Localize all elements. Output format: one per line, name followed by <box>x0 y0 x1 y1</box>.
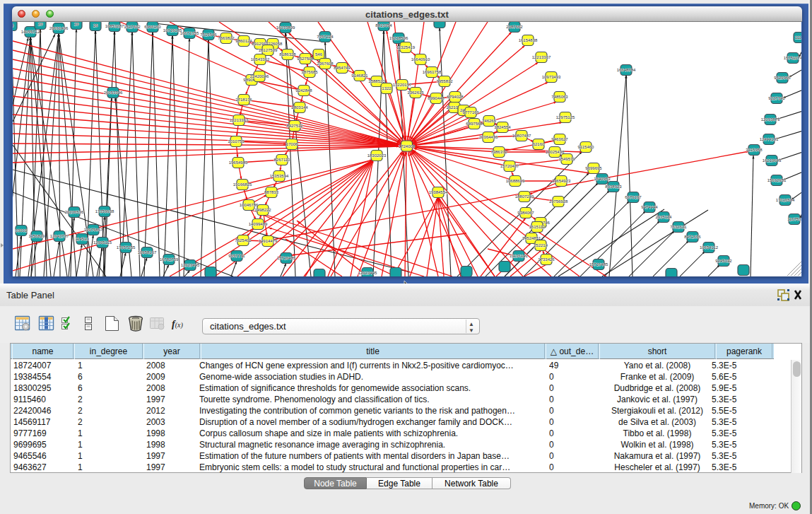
svg-text:16782759: 16782759 <box>160 257 179 262</box>
svg-text:20: 20 <box>38 22 43 26</box>
svg-text:2718176: 2718176 <box>235 98 252 102</box>
svg-text:3875685: 3875685 <box>301 70 318 74</box>
svg-text:12444191: 12444191 <box>760 137 779 141</box>
svg-text:8427512: 8427512 <box>286 124 303 128</box>
svg-text:12213363: 12213363 <box>230 118 249 122</box>
svg-text:1615112: 1615112 <box>529 225 546 229</box>
svg-text:62160: 62160 <box>533 142 545 146</box>
svg-text:1733426: 1733426 <box>538 257 555 262</box>
svg-text:18127509: 18127509 <box>259 48 278 52</box>
svg-text:7357224: 7357224 <box>317 35 334 39</box>
svg-text:2367608: 2367608 <box>317 62 334 66</box>
svg-text:10046786: 10046786 <box>240 203 259 207</box>
svg-text:19756928: 19756928 <box>549 199 568 204</box>
svg-text:9777169: 9777169 <box>462 110 479 115</box>
svg-text:17006: 17006 <box>286 142 298 146</box>
svg-text:17016504: 17016504 <box>776 198 795 202</box>
svg-text:15692951: 15692951 <box>767 178 787 182</box>
svg-text:8267110: 8267110 <box>274 158 291 162</box>
svg-text:20206536: 20206536 <box>65 210 84 214</box>
svg-text:15751074: 15751074 <box>784 56 801 60</box>
svg-text:12213367: 12213367 <box>532 55 551 59</box>
svg-text:26053346: 26053346 <box>104 90 123 95</box>
svg-text:9860124: 9860124 <box>235 39 252 43</box>
svg-text:17359938: 17359938 <box>95 209 114 214</box>
svg-text:9529966: 9529966 <box>774 76 791 80</box>
svg-text:8186328: 8186328 <box>279 52 296 57</box>
svg-text:16640910: 16640910 <box>411 57 430 62</box>
svg-text:10973493: 10973493 <box>542 75 561 79</box>
svg-text:20691406: 20691406 <box>49 26 69 30</box>
svg-text:3215958: 3215958 <box>746 148 763 152</box>
svg-text:7515546: 7515546 <box>200 33 217 37</box>
svg-text:14055712: 14055712 <box>21 30 40 34</box>
svg-text:9227341: 9227341 <box>768 96 785 100</box>
svg-text:546: 546 <box>315 52 323 57</box>
svg-text:17957255: 17957255 <box>117 245 136 250</box>
svg-text:10958167: 10958167 <box>138 250 157 255</box>
svg-text:14099489: 14099489 <box>249 222 268 226</box>
svg-text:7386372: 7386372 <box>490 150 507 154</box>
svg-text:9384067: 9384067 <box>517 211 534 215</box>
svg-text:12942737: 12942737 <box>50 234 69 238</box>
svg-text:10975867: 10975867 <box>84 228 103 232</box>
svg-text:6679197: 6679197 <box>625 195 642 199</box>
svg-text:33001: 33001 <box>16 228 28 233</box>
svg-text:16: 16 <box>93 23 98 28</box>
svg-text:16210643: 16210643 <box>763 158 782 163</box>
svg-text:3824554: 3824554 <box>494 125 511 129</box>
svg-text:8454749: 8454749 <box>334 66 351 70</box>
svg-text:9242848: 9242848 <box>295 88 312 93</box>
svg-text:18807249: 18807249 <box>515 194 534 199</box>
svg-text:9245012: 9245012 <box>715 259 732 263</box>
svg-text:9463627: 9463627 <box>551 137 568 141</box>
svg-text:6966160: 6966160 <box>144 25 161 29</box>
svg-text:19166825: 19166825 <box>233 182 252 187</box>
svg-text:1498222: 1498222 <box>254 208 271 212</box>
svg-text:1549579: 1549579 <box>558 157 575 161</box>
svg-text:11136141: 11136141 <box>510 254 528 258</box>
svg-text:10688609: 10688609 <box>506 179 525 183</box>
svg-text:20364436: 20364436 <box>479 135 498 139</box>
svg-text:1640953: 1640953 <box>594 177 611 181</box>
svg-text:22420046: 22420046 <box>250 74 269 78</box>
svg-text:19654985: 19654985 <box>229 160 248 165</box>
svg-text:16961758: 16961758 <box>423 70 442 74</box>
svg-text:8813054: 8813054 <box>375 23 392 28</box>
svg-text:10654112: 10654112 <box>700 245 719 250</box>
svg-text:1362615: 1362615 <box>407 90 424 95</box>
svg-text:7955812: 7955812 <box>436 79 453 83</box>
svg-text:10807487: 10807487 <box>512 134 531 138</box>
svg-text:2803144: 2803144 <box>291 105 308 110</box>
svg-text:9657771: 9657771 <box>228 254 245 258</box>
svg-text:16033809: 16033809 <box>276 25 295 30</box>
svg-text:6794028: 6794028 <box>447 95 464 99</box>
svg-text:18302023: 18302023 <box>367 153 387 158</box>
svg-text:10025438: 10025438 <box>546 150 565 154</box>
svg-text:9527508: 9527508 <box>297 57 314 61</box>
svg-text:7625402: 7625402 <box>235 238 252 243</box>
svg-text:9474444: 9474444 <box>641 205 658 209</box>
svg-text:1112: 1112 <box>795 35 801 40</box>
svg-text:7632621: 7632621 <box>670 225 687 229</box>
svg-text:8471676: 8471676 <box>684 235 701 239</box>
svg-text:15716485: 15716485 <box>589 262 608 267</box>
svg-text:10853287: 10853287 <box>105 24 124 28</box>
svg-text:13220157: 13220157 <box>393 83 412 87</box>
svg-text:9699695: 9699695 <box>585 166 602 170</box>
svg-text:15353594: 15353594 <box>270 174 289 178</box>
svg-text:12093873: 12093873 <box>761 117 780 122</box>
svg-text:15716485: 15716485 <box>277 256 296 260</box>
svg-text:2935114: 2935114 <box>656 215 673 219</box>
svg-text:6497568: 6497568 <box>466 122 483 126</box>
svg-text:12923445: 12923445 <box>181 263 200 267</box>
svg-text:19654923: 19654923 <box>552 179 571 183</box>
svg-text:11325419: 11325419 <box>396 45 416 49</box>
svg-text:16154838: 16154838 <box>519 38 538 42</box>
svg-text:1724008: 1724008 <box>399 144 416 148</box>
svg-text:7485063: 7485063 <box>551 95 568 99</box>
svg-text:1010753: 1010753 <box>228 139 245 144</box>
svg-text:116753: 116753 <box>787 217 801 221</box>
svg-text:15720407: 15720407 <box>500 164 519 168</box>
svg-text:9115460: 9115460 <box>578 145 595 149</box>
